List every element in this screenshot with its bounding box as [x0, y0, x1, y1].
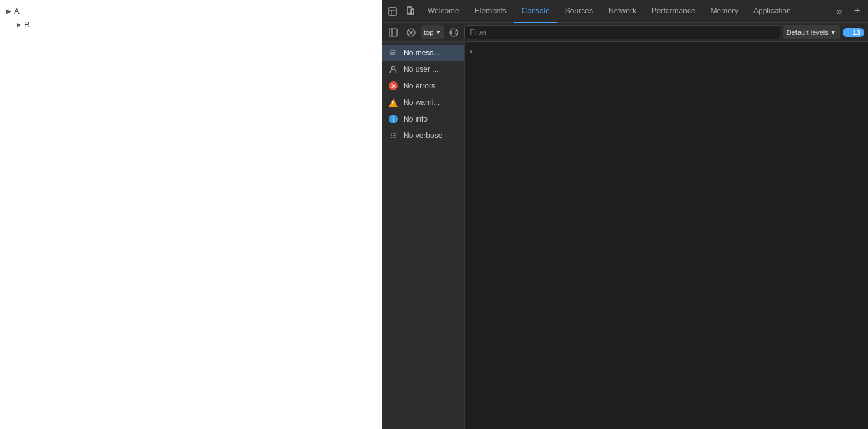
page-content: ▶ A ▶ B: [0, 0, 382, 429]
error-icon: ✕: [388, 81, 398, 91]
svg-point-18: [391, 137, 392, 138]
svg-point-11: [450, 29, 458, 36]
page-tree: ▶ A ▶ B: [6, 5, 30, 32]
console-body: No mess... No user ... ✕ No errors: [382, 42, 868, 429]
filter-user-messages[interactable]: No user ...: [382, 61, 464, 78]
tab-elements[interactable]: Elements: [467, 0, 514, 23]
tab-network[interactable]: Network: [601, 0, 644, 23]
svg-point-16: [391, 133, 392, 134]
tab-overflow-button[interactable]: »: [832, 0, 848, 23]
tree-item-a[interactable]: ▶ A: [6, 5, 30, 18]
filter-input[interactable]: [464, 25, 780, 39]
console-output[interactable]: ›: [465, 42, 868, 429]
warning-icon: [388, 97, 398, 108]
tab-add-button[interactable]: +: [848, 0, 865, 23]
svg-rect-4: [411, 9, 414, 14]
filter-warnings-label: No warni...: [403, 98, 440, 107]
default-levels-button[interactable]: Default levels ▼: [783, 25, 840, 39]
svg-point-17: [391, 135, 392, 136]
tab-console[interactable]: Console: [514, 0, 557, 23]
svg-rect-0: [389, 8, 396, 15]
verbose-icon: [388, 130, 398, 141]
tab-performance[interactable]: Performance: [644, 0, 703, 23]
svg-point-5: [409, 12, 410, 13]
badge-count: 13: [853, 29, 860, 36]
context-label: top: [424, 29, 433, 36]
live-expression-button[interactable]: [446, 25, 461, 39]
console-sidebar: No mess... No user ... ✕ No errors: [382, 42, 465, 429]
badge-dot-icon: [846, 30, 851, 34]
console-toolbar: top ▼ Default levels ▼ 13: [382, 23, 868, 42]
svg-rect-6: [389, 29, 397, 36]
filter-info[interactable]: i No info: [382, 111, 464, 127]
filter-verbose-label: No verbose: [403, 131, 442, 140]
filter-warnings[interactable]: No warni...: [382, 94, 464, 111]
clear-console-button[interactable]: [403, 25, 419, 39]
issue-badge[interactable]: 13: [843, 28, 864, 37]
devtools-tabs: Welcome Elements Console Sources Network…: [420, 0, 830, 23]
sidebar-toggle-button[interactable]: [386, 25, 401, 39]
user-icon: [388, 64, 398, 74]
devtools-panel: Welcome Elements Console Sources Network…: [382, 0, 868, 429]
filter-verbose[interactable]: No verbose: [382, 127, 464, 144]
tree-arrow-a: ▶: [6, 6, 11, 17]
tab-memory[interactable]: Memory: [703, 0, 746, 23]
tree-item-b-label: B: [24, 18, 30, 32]
messages-icon: [388, 48, 398, 58]
filter-user-label: No user ...: [403, 65, 438, 74]
context-dropdown-arrow: ▼: [435, 29, 441, 36]
tree-arrow-b: ▶: [17, 20, 22, 30]
tree-item-a-label: A: [14, 5, 20, 18]
filter-errors-label: No errors: [403, 81, 435, 90]
levels-dropdown-arrow: ▼: [830, 29, 836, 36]
device-toolbar-button[interactable]: [402, 3, 419, 20]
tab-sources[interactable]: Sources: [557, 0, 601, 23]
filter-all-label: No mess...: [403, 48, 440, 57]
info-icon: i: [388, 114, 398, 124]
filter-errors[interactable]: ✕ No errors: [382, 78, 464, 94]
tab-welcome[interactable]: Welcome: [420, 0, 467, 23]
default-levels-label: Default levels: [787, 29, 829, 36]
tab-application[interactable]: Application: [746, 0, 799, 23]
console-prompt-icon: ›: [470, 47, 472, 56]
filter-info-label: No info: [403, 115, 428, 123]
inspect-element-button[interactable]: [384, 3, 401, 20]
svg-point-15: [392, 66, 395, 69]
devtools-tabbar: Welcome Elements Console Sources Network…: [382, 0, 868, 23]
filter-all-messages[interactable]: No mess...: [382, 45, 464, 61]
context-selector[interactable]: top ▼: [421, 25, 444, 39]
tree-item-b[interactable]: ▶ B: [6, 18, 30, 32]
